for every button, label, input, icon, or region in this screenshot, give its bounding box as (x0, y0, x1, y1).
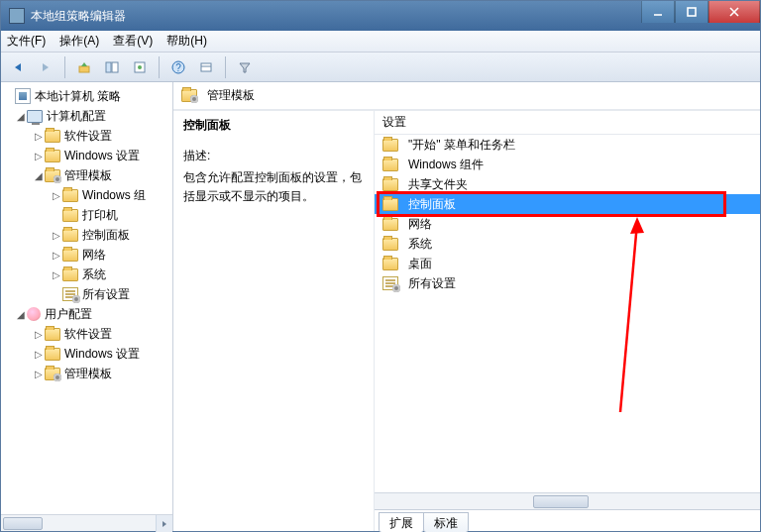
tree-user-admin[interactable]: ▷ 管理模板 (3, 364, 172, 383)
expand-icon[interactable]: ▷ (51, 250, 62, 261)
tree-all-settings[interactable]: 所有设置 (3, 284, 172, 304)
details-description-pane: 控制面板 描述: 包含允许配置控制面板的设置，包括显示或不显示的项目。 (173, 111, 375, 531)
help-button[interactable]: ? (165, 55, 191, 79)
show-hide-tree-button[interactable] (99, 55, 125, 79)
user-icon (27, 307, 41, 321)
tab-extended[interactable]: 扩展 (379, 512, 424, 532)
tree-user-config[interactable]: ◢ 用户配置 (3, 304, 172, 324)
list-item-label: 所有设置 (408, 275, 456, 292)
tree-horizontal-scrollbar[interactable] (1, 514, 172, 531)
back-button[interactable] (5, 55, 31, 79)
tree-root[interactable]: 本地计算机 策略 (3, 86, 172, 106)
list-item[interactable]: "开始" 菜单和任务栏 (375, 135, 760, 155)
scrollbar-thumb[interactable] (3, 517, 43, 530)
policy-tree[interactable]: 本地计算机 策略 ◢ 计算机配置 ▷ 软件设置 ▷ Windows 设置 (1, 82, 172, 514)
column-header-setting[interactable]: 设置 (375, 111, 760, 135)
folder-icon (382, 139, 398, 152)
tree-control-panel[interactable]: ▷ 控制面板 (3, 225, 172, 245)
details-header-title: 管理模板 (207, 87, 255, 104)
expand-icon[interactable]: ▷ (33, 349, 45, 360)
forward-button[interactable] (33, 55, 58, 79)
folder-icon (45, 328, 60, 341)
tree-label: 网络 (82, 247, 106, 264)
tree-network[interactable]: ▷ 网络 (3, 245, 172, 265)
close-button[interactable] (708, 1, 760, 23)
scrollbar-thumb[interactable] (533, 495, 589, 508)
list-horizontal-scrollbar[interactable] (375, 492, 760, 509)
list-item[interactable]: 系统 (375, 234, 760, 254)
folder-gear-icon (181, 89, 197, 102)
svg-rect-1 (688, 8, 696, 16)
body: 本地计算机 策略 ◢ 计算机配置 ▷ 软件设置 ▷ Windows 设置 (1, 82, 760, 531)
all-settings-icon (382, 276, 398, 290)
window-title: 本地组策略编辑器 (31, 8, 641, 25)
toolbar-separator (225, 56, 226, 78)
folder-gear-icon (45, 368, 60, 380)
tree-printers[interactable]: 打印机 (3, 205, 172, 225)
expand-icon[interactable]: ▷ (33, 329, 45, 340)
tree-admin-templates[interactable]: ◢ 管理模板 (3, 165, 172, 185)
collapse-icon[interactable]: ◢ (15, 309, 27, 320)
window-controls (641, 1, 760, 31)
tree-user-software[interactable]: ▷ 软件设置 (3, 324, 172, 344)
folder-icon (62, 268, 78, 281)
list-item[interactable]: Windows 组件 (375, 155, 760, 174)
menu-view[interactable]: 查看(V) (113, 33, 153, 50)
folder-icon (382, 178, 398, 191)
tree-label: 管理模板 (64, 167, 112, 184)
svg-rect-5 (106, 62, 111, 72)
up-button[interactable] (71, 55, 97, 79)
minimize-button[interactable] (641, 1, 675, 23)
tree-label: 用户配置 (45, 306, 92, 323)
settings-list[interactable]: "开始" 菜单和任务栏Windows 组件共享文件夹控制面板网络系统桌面所有设置 (375, 135, 760, 492)
expand-icon[interactable]: ▷ (33, 151, 45, 161)
tree-label: 软件设置 (64, 128, 112, 145)
app-icon (9, 8, 25, 24)
expand-icon[interactable]: ▷ (51, 269, 62, 280)
folder-icon (45, 130, 60, 143)
expand-icon[interactable]: ▷ (51, 190, 62, 201)
tree-system[interactable]: ▷ 系统 (3, 265, 172, 284)
collapse-icon[interactable]: ◢ (15, 111, 27, 122)
tab-label: 扩展 (389, 516, 413, 530)
toolbar-separator (64, 56, 65, 78)
list-item[interactable]: 网络 (375, 214, 760, 234)
tree-windows-settings[interactable]: ▷ Windows 设置 (3, 146, 172, 165)
expand-icon[interactable]: ▷ (33, 369, 45, 379)
list-item-label: "开始" 菜单和任务栏 (408, 137, 515, 154)
maximize-button[interactable] (675, 1, 708, 23)
tree-label: 系统 (82, 266, 106, 283)
tree-computer-config[interactable]: ◢ 计算机配置 (3, 106, 172, 126)
filter-button[interactable] (232, 55, 258, 79)
policy-root-icon (15, 88, 31, 104)
collapse-icon[interactable]: ◢ (33, 170, 45, 181)
selected-item-name: 控制面板 (183, 117, 364, 134)
list-item-label: 网络 (408, 216, 432, 233)
menu-help[interactable]: 帮助(H) (166, 33, 207, 50)
details-body: 控制面板 描述: 包含允许配置控制面板的设置，包括显示或不显示的项目。 设置 "… (173, 110, 760, 531)
list-item[interactable]: 共享文件夹 (375, 174, 760, 194)
titlebar[interactable]: 本地组策略编辑器 (1, 1, 760, 31)
tree-label: Windows 组 (82, 187, 146, 204)
tree-label: 本地计算机 策略 (35, 88, 121, 105)
menu-action[interactable]: 操作(A) (59, 33, 99, 50)
tree-label: 所有设置 (82, 286, 130, 303)
tree-windows-components[interactable]: ▷ Windows 组 (3, 185, 172, 205)
list-item[interactable]: 桌面 (375, 254, 760, 273)
folder-icon (382, 238, 398, 251)
options-button[interactable] (193, 55, 219, 79)
tree-user-windows[interactable]: ▷ Windows 设置 (3, 344, 172, 364)
tree-label: 软件设置 (64, 326, 112, 343)
expand-icon[interactable]: ▷ (33, 131, 45, 142)
expand-icon[interactable]: ▷ (51, 230, 62, 241)
properties-button[interactable] (127, 55, 153, 79)
menu-file[interactable]: 文件(F) (7, 33, 46, 50)
toolbar: ? (1, 53, 760, 82)
tree-software-settings[interactable]: ▷ 软件设置 (3, 126, 172, 146)
list-item[interactable]: 所有设置 (375, 273, 760, 293)
list-item-label: 系统 (408, 236, 432, 253)
tab-standard[interactable]: 标准 (423, 512, 469, 532)
scroll-right-arrow[interactable] (156, 515, 172, 532)
list-item[interactable]: 控制面板 (375, 194, 760, 214)
description-label: 描述: (183, 148, 364, 164)
